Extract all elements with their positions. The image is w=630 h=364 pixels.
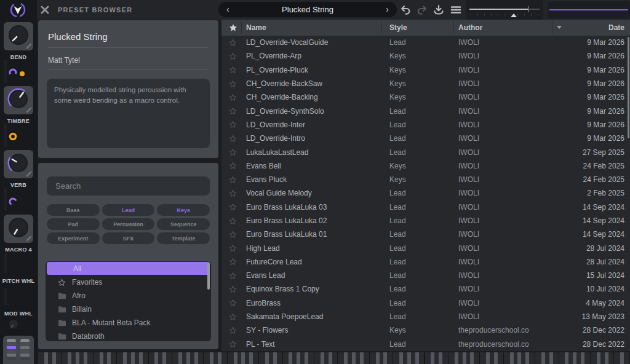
favorite-star-icon[interactable]: [221, 176, 246, 184]
filter-button-sfx[interactable]: SFX: [102, 232, 155, 244]
black-key[interactable]: [123, 352, 127, 364]
next-preset-button[interactable]: ›: [378, 2, 397, 17]
folder-item-favorites[interactable]: Favorites: [46, 275, 211, 289]
black-key[interactable]: [139, 352, 143, 364]
black-key[interactable]: [517, 352, 521, 364]
black-key[interactable]: [494, 352, 498, 364]
black-key[interactable]: [131, 352, 135, 364]
filter-button-keys[interactable]: Keys: [157, 204, 210, 216]
table-row[interactable]: Vocal Guide MelodyLeadIWOLI2 Feb 2025: [221, 186, 630, 200]
sort-direction-icon[interactable]: [557, 26, 562, 29]
favorite-star-icon[interactable]: [221, 135, 246, 143]
favorite-star-icon[interactable]: [221, 258, 246, 266]
table-row[interactable]: Evans LeadLeadIWOLI15 Jul 2024: [221, 269, 630, 282]
mod-wheel-mini-knob[interactable]: [9, 319, 18, 329]
save-download-icon[interactable]: [433, 4, 444, 15]
favorite-star-icon[interactable]: [221, 107, 246, 115]
favorite-star-icon[interactable]: [221, 121, 246, 129]
undo-icon[interactable]: [400, 4, 411, 15]
folder-item-billain[interactable]: Billain: [46, 303, 211, 316]
black-key[interactable]: [68, 352, 71, 364]
table-row[interactable]: Euro Brass LukaLuka 03LeadIWOLI14 Sep 20…: [221, 200, 630, 214]
column-header-name[interactable]: Name: [246, 23, 266, 32]
black-key[interactable]: [399, 352, 403, 364]
filter-button-percussion[interactable]: Percussion: [102, 218, 155, 230]
black-key[interactable]: [321, 352, 324, 364]
black-key[interactable]: [186, 352, 190, 364]
table-row[interactable]: Equinox Brass 1 CopyLeadIWOLI10 Jul 2024: [221, 282, 630, 296]
favorite-star-icon[interactable]: [221, 80, 246, 88]
transpose-slider[interactable]: [466, 0, 543, 20]
bend-mod-dot-icon[interactable]: [18, 70, 26, 77]
table-row[interactable]: Euro Brass LukaLuka 01LeadIWOLI14 Sep 20…: [221, 228, 630, 241]
folder-item-afro[interactable]: Afro: [46, 289, 211, 303]
favorite-star-icon[interactable]: [221, 39, 246, 47]
filter-button-sequence[interactable]: Sequence: [157, 218, 210, 230]
vital-logo-icon[interactable]: [9, 1, 26, 18]
table-row[interactable]: Euro Brass LukaLuka 02LeadIWOLI14 Sep 20…: [221, 214, 630, 228]
filter-button-bass[interactable]: Bass: [47, 204, 100, 216]
black-key[interactable]: [218, 352, 221, 364]
favorite-star-icon[interactable]: [221, 326, 246, 334]
black-key[interactable]: [162, 352, 166, 364]
favorite-star-icon[interactable]: [221, 162, 246, 170]
black-key[interactable]: [289, 352, 292, 364]
table-row[interactable]: High LeadLeadIWOLI28 Jul 2024: [221, 241, 630, 255]
black-key[interactable]: [234, 352, 237, 364]
black-key[interactable]: [100, 352, 103, 364]
verb-mod-crescent-icon[interactable]: [8, 197, 18, 207]
menu-icon[interactable]: [450, 4, 461, 15]
black-key[interactable]: [620, 352, 624, 364]
verb-knob[interactable]: [4, 150, 33, 178]
timbre-mod-ring-icon[interactable]: [8, 132, 18, 141]
table-row[interactable]: PL_Override-ArpKeysIWOLI9 Mar 2026: [221, 49, 630, 63]
preset-selector[interactable]: ‹ Plucked String ›: [218, 2, 397, 17]
favorite-column-icon[interactable]: [229, 23, 237, 32]
search-input[interactable]: [47, 176, 210, 196]
favorite-star-icon[interactable]: [221, 148, 246, 156]
mod-wheel[interactable]: [20, 339, 30, 360]
black-key[interactable]: [352, 352, 356, 364]
transpose-slider-handle[interactable]: [511, 14, 517, 17]
black-key[interactable]: [525, 352, 529, 364]
table-row[interactable]: LD_Override-SynthSoloLeadIWOLI9 Mar 2026: [221, 104, 630, 117]
filter-button-experiment[interactable]: Experiment: [47, 232, 100, 244]
bend-knob[interactable]: [4, 22, 33, 50]
black-key[interactable]: [178, 352, 182, 364]
table-row[interactable]: EuroBrassLeadIWOLI4 May 2024: [221, 296, 630, 310]
table-row[interactable]: Evans PluckKeysIWOLI24 Feb 2025: [221, 173, 630, 186]
black-key[interactable]: [541, 352, 545, 364]
black-key[interactable]: [297, 352, 300, 364]
filter-button-template[interactable]: Template: [157, 232, 210, 244]
black-key[interactable]: [439, 352, 442, 364]
black-key[interactable]: [360, 352, 364, 364]
favorite-star-icon[interactable]: [221, 203, 246, 211]
folder-item-databroth[interactable]: Databroth: [46, 330, 211, 341]
table-row[interactable]: LD_Override-IntroLeadIWOLI9 Mar 2026: [221, 132, 630, 145]
black-key[interactable]: [597, 352, 600, 364]
black-key[interactable]: [249, 352, 253, 364]
black-key[interactable]: [76, 352, 79, 364]
black-key[interactable]: [154, 352, 158, 364]
pitch-wheel[interactable]: [7, 339, 16, 360]
black-key[interactable]: [565, 352, 568, 364]
favorite-star-icon[interactable]: [221, 340, 246, 348]
prev-preset-button[interactable]: ‹: [218, 2, 237, 17]
timbre-knob[interactable]: [4, 86, 33, 114]
table-row[interactable]: LD_Override-InterLeadIWOLI9 Mar 2026: [221, 118, 630, 132]
table-row[interactable]: FutureCore LeadLeadIWOLI28 Jul 2024: [221, 255, 630, 269]
black-key[interactable]: [463, 352, 466, 364]
table-row[interactable]: Sakamata PoepoeLeadLeadIWOLI13 May 2023: [221, 310, 630, 323]
black-key[interactable]: [573, 352, 576, 364]
table-row[interactable]: CH_Override-BackSawKeysIWOLI9 Mar 2026: [221, 77, 630, 90]
folder-list-scrollbar[interactable]: [207, 263, 210, 290]
black-key[interactable]: [605, 352, 608, 364]
black-key[interactable]: [344, 352, 348, 364]
black-key[interactable]: [241, 352, 245, 364]
table-scrollbar[interactable]: [628, 37, 629, 138]
black-key[interactable]: [84, 352, 87, 364]
redo-icon[interactable]: [417, 4, 428, 15]
black-key[interactable]: [265, 352, 269, 364]
black-key[interactable]: [305, 352, 308, 364]
black-key[interactable]: [581, 352, 584, 364]
